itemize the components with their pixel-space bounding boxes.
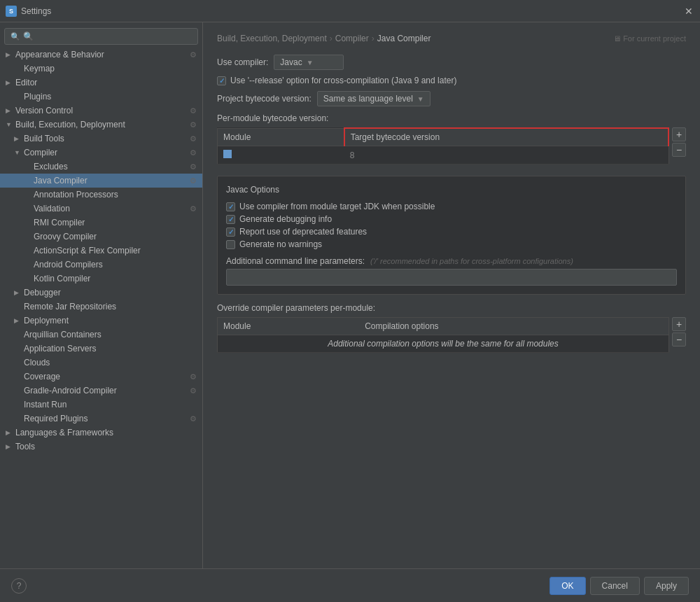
sidebar-item-label: Tools	[15, 442, 197, 451]
sidebar-item-debugger[interactable]: ▶Debugger	[0, 286, 202, 300]
arrow-icon: ▶	[14, 135, 22, 142]
sidebar-item-rmi-compiler[interactable]: RMI Compiler	[0, 216, 202, 230]
content-area: Build, Execution, Deployment › Compiler …	[203, 22, 700, 568]
override-table: Module Compilation options Additional co…	[217, 317, 669, 353]
sidebar-item-actionscript-compiler[interactable]: ActionScript & Flex Compiler	[0, 244, 202, 258]
sidebar-item-tools[interactable]: ▶Tools	[0, 440, 202, 454]
close-button[interactable]: ✕	[683, 6, 694, 17]
table-row[interactable]: 8	[218, 146, 669, 164]
breadcrumb-part-2: Compiler	[335, 34, 369, 43]
gear-icon: ⚙	[190, 148, 197, 158]
remove-module-btn[interactable]: −	[672, 143, 686, 157]
sidebar-item-coverage[interactable]: Coverage⚙	[0, 370, 202, 384]
sidebar-item-label: Validation	[34, 204, 187, 214]
col-module: Module	[218, 128, 344, 146]
sidebar-item-label: Gradle-Android Compiler	[24, 386, 187, 396]
sidebar-item-arquillian[interactable]: Arquillian Containers	[0, 328, 202, 342]
remove-override-btn[interactable]: −	[672, 332, 686, 346]
sidebar-item-editor[interactable]: ▶Editor	[0, 76, 202, 90]
sidebar-item-instant-run[interactable]: Instant Run	[0, 398, 202, 412]
sidebar-item-label: ActionScript & Flex Compiler	[34, 246, 197, 255]
search-icon: 🔍	[10, 32, 20, 41]
help-button[interactable]: ?	[11, 578, 27, 594]
per-module-table-container: Module Target bytecode version 8 + −	[217, 127, 686, 164]
bytecode-version-arrow: ▼	[417, 95, 424, 103]
sidebar-item-appearance[interactable]: ▶Appearance & Behavior⚙	[0, 48, 202, 62]
sidebar-item-remote-jar[interactable]: Remote Jar Repositories	[0, 300, 202, 314]
search-input[interactable]	[23, 31, 192, 41]
sidebar-item-label: Annotation Processors	[34, 190, 197, 200]
override-empty-msg: Additional compilation options will be t…	[218, 335, 669, 353]
sidebar-item-label: Groovy Compiler	[34, 232, 197, 241]
arrow-icon: ▶	[14, 289, 22, 296]
sidebar-item-build[interactable]: ▼Build, Execution, Deployment⚙	[0, 118, 202, 132]
compiler-select[interactable]: Javac ▼	[274, 55, 344, 70]
sidebar-item-label: Remote Jar Repositories	[24, 302, 197, 312]
sidebar-item-label: Coverage	[24, 372, 187, 382]
gear-icon: ⚙	[190, 204, 197, 214]
title-bar-left: S Settings	[6, 6, 51, 17]
sidebar-item-version-control[interactable]: ▶Version Control⚙	[0, 104, 202, 118]
sidebar-item-compiler[interactable]: ▼Compiler⚙	[0, 146, 202, 160]
additional-params-input[interactable]	[226, 269, 677, 286]
override-section: Override compiler parameters per-module:…	[217, 303, 686, 353]
sidebar-item-keymap[interactable]: Keymap	[0, 62, 202, 76]
sidebar-item-label: RMI Compiler	[34, 218, 197, 227]
add-module-btn[interactable]: +	[672, 127, 686, 141]
sidebar-item-languages[interactable]: ▶Languages & Frameworks	[0, 426, 202, 440]
search-bar[interactable]: 🔍	[4, 28, 198, 45]
breadcrumb-part-1: Build, Execution, Deployment	[217, 34, 327, 43]
sidebar-item-android-compilers[interactable]: Android Compilers	[0, 258, 202, 272]
additional-params-label: Additional command line parameters:	[226, 256, 365, 266]
checkbox-generate-debug[interactable]	[226, 215, 235, 224]
sidebar-item-plugins[interactable]: Plugins	[0, 90, 202, 104]
per-module-title: Per-module bytecode version:	[217, 113, 686, 123]
sidebar-item-label: Application Servers	[24, 344, 197, 354]
checkbox-report-deprecated[interactable]	[226, 227, 235, 237]
sidebar-item-required-plugins[interactable]: Required Plugins⚙	[0, 412, 202, 426]
sidebar-item-app-servers[interactable]: Application Servers	[0, 342, 202, 356]
sidebar-item-groovy-compiler[interactable]: Groovy Compiler	[0, 230, 202, 244]
sidebar-item-excludes[interactable]: Excludes⚙	[0, 160, 202, 174]
bytecode-version-select[interactable]: Same as language level ▼	[317, 91, 430, 106]
bottom-bar: ? OK Cancel Apply	[0, 568, 700, 602]
sidebar-item-label: Build, Execution, Deployment	[15, 120, 187, 130]
add-override-btn[interactable]: +	[672, 317, 686, 331]
checkbox-generate-no-warnings[interactable]	[226, 240, 235, 249]
sidebar-item-label: Excludes	[34, 162, 187, 172]
sidebar-item-validation[interactable]: Validation⚙	[0, 202, 202, 216]
breadcrumb-part-3: Java Compiler	[377, 34, 431, 43]
sidebar-item-label: Plugins	[24, 92, 197, 102]
checkbox-use-module-target[interactable]	[226, 202, 235, 211]
sidebar-item-label: Editor	[15, 78, 197, 88]
sidebar-item-deployment[interactable]: ▶Deployment	[0, 314, 202, 328]
ok-button[interactable]: OK	[550, 577, 585, 595]
gear-icon: ⚙	[190, 386, 197, 396]
use-compiler-label: Use compiler:	[217, 57, 268, 67]
checkbox-label-use-module-target: Use compiler from module target JDK when…	[239, 202, 435, 211]
javac-checkboxes: Use compiler from module target JDK when…	[226, 202, 677, 249]
sidebar-item-build-tools[interactable]: ▶Build Tools⚙	[0, 132, 202, 146]
apply-button[interactable]: Apply	[644, 577, 689, 595]
cross-compile-checkbox[interactable]	[217, 76, 226, 85]
checkbox-label-generate-debug: Generate debugging info	[239, 214, 332, 224]
javac-options-section: Javac Options Use compiler from module t…	[217, 176, 686, 295]
override-table-container: Module Compilation options Additional co…	[217, 317, 686, 353]
sidebar-item-annotation-processors[interactable]: Annotation Processors	[0, 188, 202, 202]
sidebar-item-gradle-android[interactable]: Gradle-Android Compiler⚙	[0, 384, 202, 398]
cancel-button[interactable]: Cancel	[590, 577, 640, 595]
gear-icon: ⚙	[190, 134, 197, 144]
cross-compile-row: Use '--release' option for cross-compila…	[217, 76, 686, 85]
app-icon: S	[6, 6, 17, 17]
sidebar-item-clouds[interactable]: Clouds	[0, 356, 202, 370]
sidebar-item-java-compiler[interactable]: Java Compiler⚙	[0, 174, 202, 188]
checkbox-label-generate-no-warnings: Generate no warnings	[239, 239, 322, 249]
sidebar: 🔍 ▶Appearance & Behavior⚙Keymap▶EditorPl…	[0, 22, 203, 568]
gear-icon: ⚙	[190, 106, 197, 115]
gear-icon: ⚙	[190, 176, 197, 186]
sidebar-item-label: Required Plugins	[24, 414, 187, 424]
gear-icon: ⚙	[190, 414, 197, 424]
arrow-icon: ▶	[14, 317, 22, 324]
sidebar-item-kotlin-compiler[interactable]: Kotlin Compiler	[0, 272, 202, 286]
bytecode-version-row: Project bytecode version: Same as langua…	[217, 91, 686, 106]
